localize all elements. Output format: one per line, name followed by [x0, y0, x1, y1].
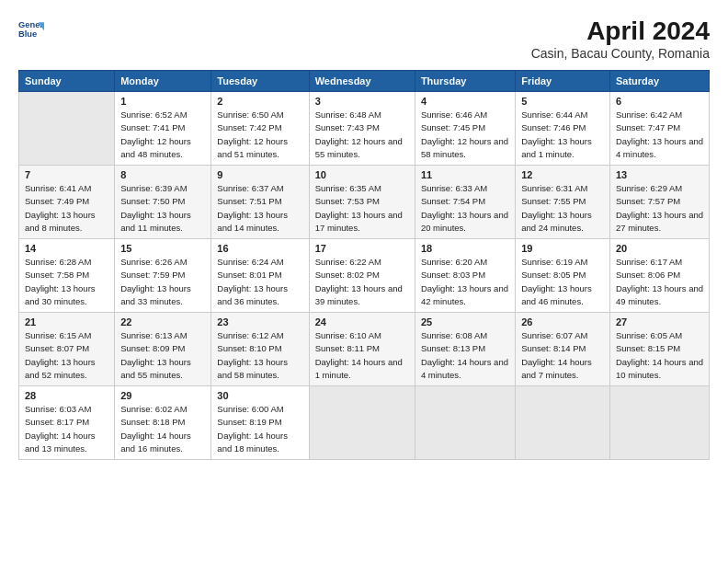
- day-number: 8: [120, 169, 205, 180]
- cell-3-1: 15Sunrise: 6:26 AMSunset: 7:59 PMDayligh…: [115, 239, 211, 313]
- col-monday: Monday: [115, 71, 211, 92]
- cell-2-5: 12Sunrise: 6:31 AMSunset: 7:55 PMDayligh…: [516, 166, 610, 239]
- day-info: Sunrise: 6:41 AMSunset: 7:49 PMDaylight:…: [25, 183, 96, 233]
- cell-1-0: [19, 92, 115, 166]
- cell-4-5: 26Sunrise: 6:07 AMSunset: 8:14 PMDayligh…: [516, 313, 610, 386]
- day-info: Sunrise: 6:07 AMSunset: 8:14 PMDaylight:…: [521, 330, 592, 380]
- col-tuesday: Tuesday: [211, 71, 309, 92]
- col-thursday: Thursday: [415, 71, 515, 92]
- day-number: 19: [521, 243, 604, 254]
- day-info: Sunrise: 6:29 AMSunset: 7:57 PMDaylight:…: [616, 183, 703, 233]
- day-info: Sunrise: 6:17 AMSunset: 8:06 PMDaylight:…: [616, 257, 703, 306]
- day-info: Sunrise: 6:15 AMSunset: 8:07 PMDaylight:…: [25, 330, 96, 380]
- logo-icon: General Blue: [18, 17, 44, 42]
- cell-2-4: 11Sunrise: 6:33 AMSunset: 7:54 PMDayligh…: [415, 166, 515, 239]
- day-info: Sunrise: 6:48 AMSunset: 7:43 PMDaylight:…: [315, 109, 403, 159]
- day-number: 20: [616, 243, 703, 254]
- cell-4-2: 23Sunrise: 6:12 AMSunset: 8:10 PMDayligh…: [211, 313, 309, 386]
- week-row-5: 28Sunrise: 6:03 AMSunset: 8:17 PMDayligh…: [19, 386, 710, 460]
- header-row: Sunday Monday Tuesday Wednesday Thursday…: [19, 71, 710, 92]
- day-info: Sunrise: 6:50 AMSunset: 7:42 PMDaylight:…: [217, 109, 288, 159]
- header: General Blue April 2024 Casin, Bacau Cou…: [18, 17, 710, 61]
- day-info: Sunrise: 6:00 AMSunset: 8:19 PMDaylight:…: [217, 404, 288, 454]
- day-number: 9: [217, 169, 302, 180]
- day-number: 11: [421, 169, 509, 180]
- cell-5-4: [415, 386, 515, 460]
- week-row-4: 21Sunrise: 6:15 AMSunset: 8:07 PMDayligh…: [19, 313, 710, 386]
- day-info: Sunrise: 6:19 AMSunset: 8:05 PMDaylight:…: [521, 257, 592, 306]
- day-number: 24: [315, 316, 409, 327]
- day-info: Sunrise: 6:42 AMSunset: 7:47 PMDaylight:…: [616, 109, 703, 159]
- cell-1-6: 6Sunrise: 6:42 AMSunset: 7:47 PMDaylight…: [609, 92, 709, 166]
- day-info: Sunrise: 6:20 AMSunset: 8:03 PMDaylight:…: [421, 257, 508, 306]
- day-number: 23: [217, 316, 302, 327]
- cell-2-0: 7Sunrise: 6:41 AMSunset: 7:49 PMDaylight…: [19, 166, 115, 239]
- day-number: 14: [25, 243, 108, 254]
- day-number: 10: [315, 169, 409, 180]
- day-number: 16: [217, 243, 302, 254]
- day-number: 3: [315, 96, 409, 107]
- week-row-3: 14Sunrise: 6:28 AMSunset: 7:58 PMDayligh…: [19, 239, 710, 313]
- title-block: April 2024 Casin, Bacau County, Romania: [531, 17, 710, 61]
- day-number: 7: [25, 169, 108, 180]
- cell-1-4: 4Sunrise: 6:46 AMSunset: 7:45 PMDaylight…: [415, 92, 515, 166]
- day-number: 21: [25, 316, 108, 327]
- cell-3-0: 14Sunrise: 6:28 AMSunset: 7:58 PMDayligh…: [19, 239, 115, 313]
- cell-3-4: 18Sunrise: 6:20 AMSunset: 8:03 PMDayligh…: [415, 239, 515, 313]
- day-number: 18: [421, 243, 509, 254]
- day-info: Sunrise: 6:26 AMSunset: 7:59 PMDaylight:…: [120, 257, 191, 306]
- cell-3-2: 16Sunrise: 6:24 AMSunset: 8:01 PMDayligh…: [211, 239, 309, 313]
- day-info: Sunrise: 6:22 AMSunset: 8:02 PMDaylight:…: [315, 257, 403, 306]
- day-number: 28: [25, 390, 108, 401]
- day-number: 17: [315, 243, 409, 254]
- cell-1-1: 1Sunrise: 6:52 AMSunset: 7:41 PMDaylight…: [115, 92, 211, 166]
- day-info: Sunrise: 6:37 AMSunset: 7:51 PMDaylight:…: [217, 183, 288, 233]
- col-wednesday: Wednesday: [309, 71, 415, 92]
- cell-2-1: 8Sunrise: 6:39 AMSunset: 7:50 PMDaylight…: [115, 166, 211, 239]
- day-info: Sunrise: 6:08 AMSunset: 8:13 PMDaylight:…: [421, 330, 508, 380]
- cell-2-2: 9Sunrise: 6:37 AMSunset: 7:51 PMDaylight…: [211, 166, 309, 239]
- main-title: April 2024: [531, 17, 710, 46]
- subtitle: Casin, Bacau County, Romania: [531, 46, 710, 61]
- cell-5-0: 28Sunrise: 6:03 AMSunset: 8:17 PMDayligh…: [19, 386, 115, 460]
- cell-4-1: 22Sunrise: 6:13 AMSunset: 8:09 PMDayligh…: [115, 313, 211, 386]
- week-row-2: 7Sunrise: 6:41 AMSunset: 7:49 PMDaylight…: [19, 166, 710, 239]
- day-info: Sunrise: 6:13 AMSunset: 8:09 PMDaylight:…: [120, 330, 191, 380]
- day-info: Sunrise: 6:24 AMSunset: 8:01 PMDaylight:…: [217, 257, 288, 306]
- day-number: 27: [616, 316, 703, 327]
- cell-5-5: [516, 386, 610, 460]
- cell-2-6: 13Sunrise: 6:29 AMSunset: 7:57 PMDayligh…: [609, 166, 709, 239]
- logo: General Blue: [18, 17, 44, 42]
- day-info: Sunrise: 6:12 AMSunset: 8:10 PMDaylight:…: [217, 330, 288, 380]
- cell-1-2: 2Sunrise: 6:50 AMSunset: 7:42 PMDaylight…: [211, 92, 309, 166]
- calendar-table: Sunday Monday Tuesday Wednesday Thursday…: [18, 70, 710, 460]
- day-number: 26: [521, 316, 604, 327]
- day-info: Sunrise: 6:33 AMSunset: 7:54 PMDaylight:…: [421, 183, 508, 233]
- svg-text:Blue: Blue: [18, 29, 37, 39]
- day-info: Sunrise: 6:44 AMSunset: 7:46 PMDaylight:…: [521, 109, 592, 159]
- day-info: Sunrise: 6:10 AMSunset: 8:11 PMDaylight:…: [315, 330, 403, 380]
- cell-4-0: 21Sunrise: 6:15 AMSunset: 8:07 PMDayligh…: [19, 313, 115, 386]
- cell-5-6: [609, 386, 709, 460]
- col-friday: Friday: [516, 71, 610, 92]
- day-info: Sunrise: 6:31 AMSunset: 7:55 PMDaylight:…: [521, 183, 592, 233]
- cell-3-6: 20Sunrise: 6:17 AMSunset: 8:06 PMDayligh…: [609, 239, 709, 313]
- week-row-1: 1Sunrise: 6:52 AMSunset: 7:41 PMDaylight…: [19, 92, 710, 166]
- day-info: Sunrise: 6:03 AMSunset: 8:17 PMDaylight:…: [25, 404, 96, 454]
- day-number: 6: [616, 96, 703, 107]
- cell-3-3: 17Sunrise: 6:22 AMSunset: 8:02 PMDayligh…: [309, 239, 415, 313]
- cell-2-3: 10Sunrise: 6:35 AMSunset: 7:53 PMDayligh…: [309, 166, 415, 239]
- day-number: 4: [421, 96, 509, 107]
- cell-4-4: 25Sunrise: 6:08 AMSunset: 8:13 PMDayligh…: [415, 313, 515, 386]
- day-info: Sunrise: 6:46 AMSunset: 7:45 PMDaylight:…: [421, 109, 508, 159]
- day-number: 30: [217, 390, 302, 401]
- cell-3-5: 19Sunrise: 6:19 AMSunset: 8:05 PMDayligh…: [516, 239, 610, 313]
- cell-4-3: 24Sunrise: 6:10 AMSunset: 8:11 PMDayligh…: [309, 313, 415, 386]
- day-number: 25: [421, 316, 509, 327]
- svg-text:General: General: [18, 20, 44, 29]
- day-number: 22: [120, 316, 205, 327]
- cell-5-1: 29Sunrise: 6:02 AMSunset: 8:18 PMDayligh…: [115, 386, 211, 460]
- day-info: Sunrise: 6:05 AMSunset: 8:15 PMDaylight:…: [616, 330, 703, 380]
- day-info: Sunrise: 6:52 AMSunset: 7:41 PMDaylight:…: [120, 109, 191, 159]
- day-number: 29: [120, 390, 205, 401]
